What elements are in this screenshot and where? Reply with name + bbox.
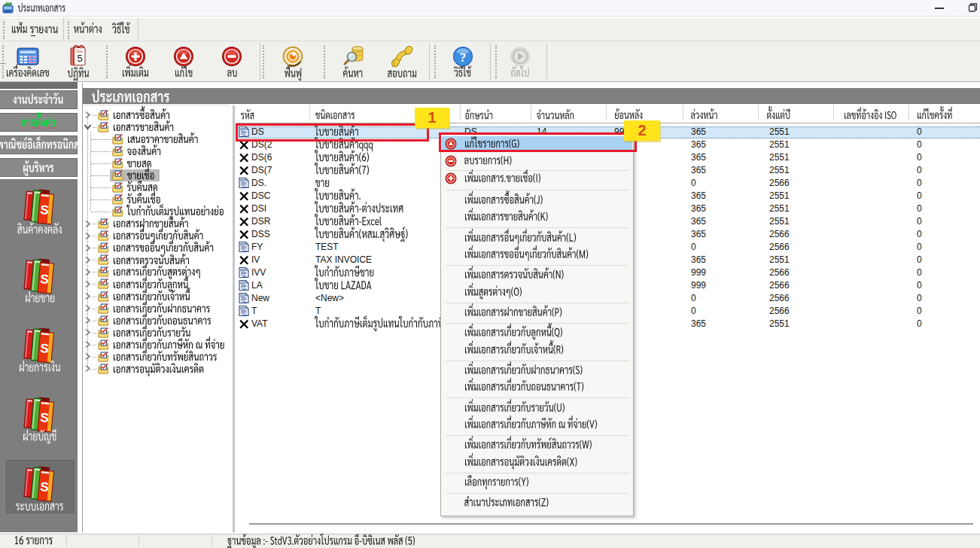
svg-text:S: S [40,410,50,425]
svg-text:5: 5 [77,53,82,64]
svg-text:S: S [40,272,50,287]
svg-text:S: S [40,341,50,356]
svg-text:?: ? [460,50,467,65]
svg-text:S: S [40,480,50,495]
svg-text:S: S [40,202,50,218]
